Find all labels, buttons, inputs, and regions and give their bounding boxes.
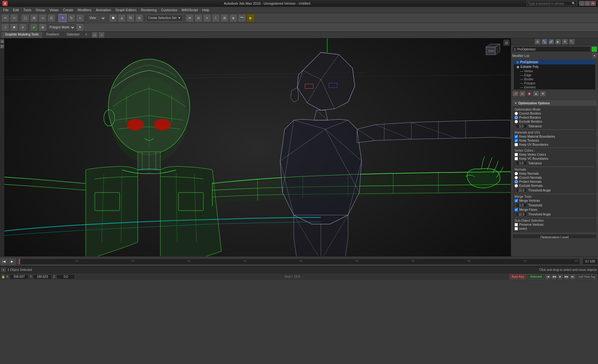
merge-faces-checkbox[interactable] (515, 208, 518, 211)
prev-key-btn[interactable]: ◀◀ (552, 274, 557, 279)
remove-modifier-btn[interactable]: 🗑 (526, 91, 532, 97)
window-controls[interactable]: _ □ ✕ (579, 1, 596, 6)
stack-sub-edge[interactable]: — Edge (514, 73, 595, 77)
opt-crunch-radio[interactable] (515, 112, 518, 115)
stack-item-editable-poly[interactable]: ▣ Editable Poly (514, 64, 595, 69)
stack-sub-border[interactable]: — Border (514, 77, 595, 81)
next-frame-btn[interactable]: ▶| (570, 274, 575, 279)
graphite-tool-1[interactable]: ⬡ (1, 23, 9, 31)
cmd-display[interactable]: 👁 (562, 39, 568, 45)
tolerance-input[interactable] (516, 124, 527, 128)
layer-manager-button[interactable]: ≡ (203, 14, 211, 22)
graphite-sub-btn-1[interactable]: ▢ (92, 32, 98, 38)
optimization-options-title[interactable]: ▼ Optimization Options (513, 101, 596, 106)
play-anim-btn[interactable]: ▶ (558, 274, 563, 279)
normals-threshold-input[interactable] (516, 188, 527, 192)
curve-editor-button[interactable]: ⌇ (212, 14, 220, 22)
reference-coord-select[interactable]: View World Local (87, 15, 106, 21)
unique-btn[interactable]: U (519, 91, 525, 97)
keep-uv-checkbox[interactable] (515, 143, 518, 146)
menu-views[interactable]: Views (48, 7, 60, 12)
maximize-button[interactable]: □ (585, 1, 590, 6)
scene-view[interactable] (4, 38, 511, 256)
modifier-list-dropdown[interactable]: ▼ (592, 53, 597, 58)
scale-button[interactable]: ⌖ (76, 14, 84, 22)
tab-close[interactable]: × (83, 32, 89, 38)
vp-maximize-btn[interactable]: ⊡ (503, 40, 510, 46)
graphite-tool-3[interactable]: ⊕ (19, 23, 27, 31)
select-by-name-button[interactable]: ⊞ (30, 14, 38, 22)
menu-modifiers[interactable]: Modifiers (76, 7, 93, 12)
viewport[interactable]: [ Perspective ][ Smooth + Highlights + E… (4, 38, 511, 256)
tab-freeform[interactable]: Freeform (43, 32, 63, 38)
menu-graph-editors[interactable]: Graph Editors (114, 7, 139, 12)
graphite-btn-2[interactable]: ⊞ (39, 23, 47, 31)
stack-sub-vertex[interactable]: — Vertex (514, 69, 595, 73)
menu-file[interactable]: File (1, 7, 11, 12)
viewport-controls[interactable]: ⊡ (503, 40, 510, 46)
crunch-normals-radio[interactable] (515, 176, 518, 179)
percent-snap-button[interactable]: % (126, 14, 135, 22)
graphite-sub-btn-2[interactable]: + (98, 32, 105, 38)
timeline-prev-btn[interactable]: |◀ (1, 258, 7, 265)
select-object-button[interactable]: ▢ (21, 14, 29, 22)
frame-counter[interactable]: 0 / 100 (582, 258, 598, 265)
move-up-btn[interactable]: ▲ (533, 91, 539, 97)
menu-animation[interactable]: Animation (94, 7, 113, 12)
cmd-modify[interactable]: 🔧 (542, 39, 547, 45)
redo-button[interactable]: ↪ (10, 14, 18, 22)
z-input[interactable] (56, 274, 75, 279)
material-editor-button[interactable]: ◈ (229, 14, 237, 22)
preserve-vertices-checkbox[interactable] (515, 223, 518, 226)
tab-graphite[interactable]: Graphite Modeling Tools (1, 32, 43, 38)
opt-protect-radio[interactable] (515, 116, 518, 119)
modifier-name-input[interactable] (512, 46, 591, 52)
menu-group[interactable]: Group (34, 7, 47, 12)
keep-textures-checkbox[interactable] (515, 139, 518, 142)
stack-sub-element[interactable]: — Element (514, 85, 595, 89)
menu-customize[interactable]: Customize (159, 7, 179, 12)
merge-threshold-input[interactable] (516, 203, 527, 207)
timeline-track[interactable]: 0 10 20 30 40 50 60 70 80 90 100 (19, 258, 580, 265)
x-input[interactable] (10, 274, 28, 279)
polygon-mode-arrow[interactable]: ▼ (76, 23, 84, 31)
left-tool-1[interactable]: ◂ (0, 40, 4, 43)
mirror-button[interactable]: ⇌ (186, 14, 194, 22)
stack-sub-polygon[interactable]: — Polygon (514, 81, 595, 85)
protect-normals-radio[interactable] (515, 180, 518, 183)
angle-snap-button[interactable]: ∡ (118, 14, 126, 22)
move-button[interactable]: ✛ (59, 14, 67, 22)
keep-normals-radio[interactable] (515, 172, 518, 175)
snaps-toggle-button[interactable]: 🔲 (109, 14, 117, 22)
cmd-motion[interactable]: ▶ (555, 39, 561, 45)
minimize-button[interactable]: _ (579, 1, 584, 6)
timeline-play-btn[interactable]: ▶ (9, 258, 16, 265)
window-crossing-button[interactable]: ⊡ (47, 14, 55, 22)
keep-vc-checkbox[interactable] (515, 153, 518, 156)
rect-select-button[interactable]: ▭ (39, 14, 47, 22)
y-input[interactable] (33, 274, 52, 279)
merge-vertices-checkbox[interactable] (515, 199, 518, 202)
cmd-hierarchy[interactable]: 🔗 (548, 39, 554, 45)
nav-cube[interactable]: Front (483, 41, 501, 60)
auto-key-btn[interactable]: Auto Key (510, 274, 527, 279)
left-tool-2[interactable]: ◸ (0, 45, 4, 48)
menu-rendering[interactable]: Rendering (139, 7, 159, 12)
cmd-utilities[interactable]: 🔨 (569, 39, 575, 45)
menu-edit[interactable]: Edit (11, 7, 21, 12)
render-setup-button[interactable]: 📷 (238, 14, 246, 22)
render-button[interactable]: ▶ (247, 14, 255, 22)
close-button[interactable]: ✕ (591, 1, 596, 6)
vc-tolerance-input[interactable] (516, 161, 527, 165)
undo-button[interactable]: ↩ (1, 14, 9, 22)
graphite-tool-2[interactable]: ⬢ (10, 23, 18, 31)
spinner-snap-button[interactable]: ⊕ (135, 14, 143, 22)
add-time-tag-btn[interactable]: Add Time Tag (577, 274, 597, 279)
menu-tools[interactable]: Tools (21, 7, 33, 12)
move-down-btn[interactable]: ▼ (540, 91, 546, 97)
graphite-mode-btn[interactable]: ✔ (30, 23, 38, 31)
merge-angle-input[interactable] (516, 212, 527, 216)
menu-create[interactable]: Create (61, 7, 75, 12)
keep-material-checkbox[interactable] (515, 135, 518, 138)
opt-exclude-radio[interactable] (515, 120, 518, 123)
